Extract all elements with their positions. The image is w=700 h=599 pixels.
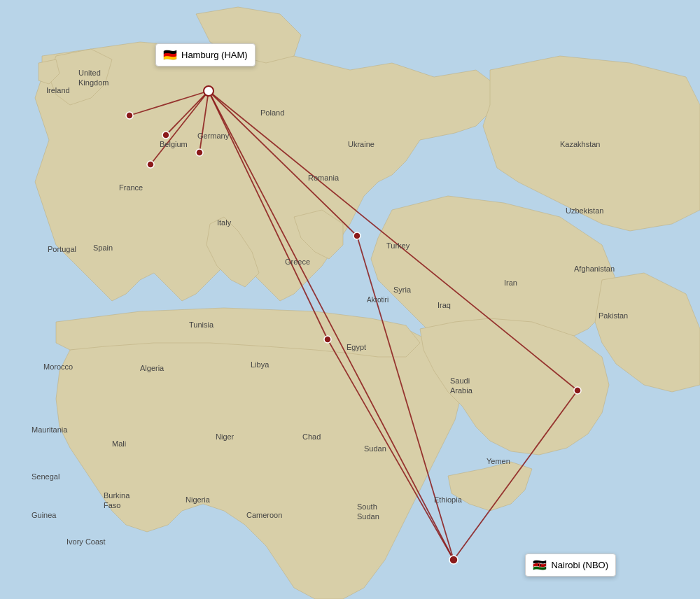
svg-point-17	[324, 336, 331, 343]
svg-text:Iraq: Iraq	[438, 301, 451, 309]
svg-text:Cameroon: Cameroon	[246, 511, 282, 519]
svg-text:Greece: Greece	[285, 258, 310, 266]
svg-text:Akrotiri: Akrotiri	[367, 296, 388, 304]
svg-point-18	[574, 387, 581, 394]
svg-text:Sudan: Sudan	[357, 512, 379, 521]
nairobi-label: Nairobi (NBO)	[551, 560, 608, 570]
svg-text:Kazakhstan: Kazakhstan	[560, 140, 600, 148]
map-svg: Ireland United Kingdom Belgium France Ge…	[0, 0, 700, 599]
svg-text:Iran: Iran	[504, 279, 517, 287]
svg-point-12	[126, 112, 133, 119]
svg-text:Saudi: Saudi	[450, 376, 470, 385]
svg-text:Tunisia: Tunisia	[189, 320, 214, 329]
svg-text:Egypt: Egypt	[346, 343, 366, 351]
svg-point-14	[147, 161, 154, 168]
svg-text:France: France	[119, 183, 143, 192]
svg-text:Algeria: Algeria	[140, 364, 164, 372]
svg-point-19	[204, 86, 214, 96]
svg-text:Pakistan: Pakistan	[598, 311, 628, 320]
svg-text:Ukraine: Ukraine	[348, 140, 374, 148]
svg-point-20	[449, 556, 458, 564]
hamburg-tooltip[interactable]: 🇩🇪 Hamburg (HAM)	[155, 43, 255, 66]
svg-text:Niger: Niger	[216, 432, 234, 441]
svg-text:Germany: Germany	[197, 132, 230, 140]
svg-text:Turkey: Turkey	[386, 241, 410, 250]
hamburg-label: Hamburg (HAM)	[181, 50, 248, 60]
svg-text:Portugal: Portugal	[48, 245, 76, 253]
svg-text:Belgium: Belgium	[160, 140, 188, 148]
svg-text:Yemen: Yemen	[486, 457, 510, 465]
svg-point-16	[354, 232, 360, 239]
nairobi-flag: 🇰🇪	[533, 558, 547, 572]
svg-text:Uzbekistan: Uzbekistan	[566, 206, 603, 215]
svg-text:Guinea: Guinea	[31, 511, 57, 519]
svg-text:Ethiopia: Ethiopia	[434, 495, 463, 504]
svg-text:Mali: Mali	[112, 439, 126, 448]
svg-text:Chad: Chad	[302, 432, 321, 441]
svg-text:Poland: Poland	[260, 108, 284, 117]
svg-text:Syria: Syria	[393, 286, 412, 294]
svg-text:Afghanistan: Afghanistan	[574, 265, 615, 273]
svg-point-13	[162, 132, 169, 139]
svg-text:Nigeria: Nigeria	[186, 495, 211, 504]
svg-text:Libya: Libya	[251, 360, 270, 369]
svg-text:Romania: Romania	[308, 174, 340, 182]
svg-text:Ivory Coast: Ivory Coast	[66, 537, 106, 546]
hamburg-flag: 🇩🇪	[163, 48, 177, 62]
svg-text:Senegal: Senegal	[31, 472, 59, 481]
nairobi-tooltip[interactable]: 🇰🇪 Nairobi (NBO)	[525, 554, 616, 577]
svg-text:Morocco: Morocco	[43, 362, 73, 371]
svg-point-15	[196, 149, 203, 156]
map-container: Ireland United Kingdom Belgium France Ge…	[0, 0, 700, 599]
svg-text:Spain: Spain	[93, 244, 113, 252]
svg-text:Faso: Faso	[104, 501, 120, 509]
svg-text:Arabia: Arabia	[450, 386, 473, 395]
svg-text:Burkina: Burkina	[104, 491, 130, 500]
svg-text:Sudan: Sudan	[364, 444, 386, 453]
svg-text:Italy: Italy	[217, 218, 232, 227]
svg-text:South: South	[357, 502, 377, 511]
svg-text:Kingdom: Kingdom	[78, 78, 108, 87]
svg-text:Ireland: Ireland	[46, 86, 70, 94]
svg-text:United: United	[78, 69, 101, 77]
svg-text:Mauritania: Mauritania	[31, 425, 68, 434]
